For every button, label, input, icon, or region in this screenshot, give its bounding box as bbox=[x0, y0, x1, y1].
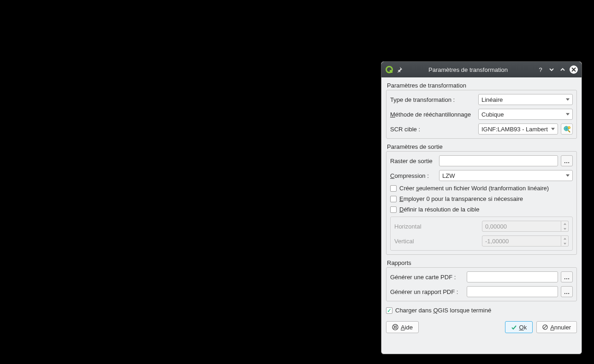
titlebar-shade-icon[interactable] bbox=[547, 65, 556, 74]
crs-picker-button[interactable] bbox=[561, 123, 573, 135]
section-output: Paramètres de sortie Raster de sortie … … bbox=[386, 143, 577, 255]
label-transform-type: Type de transformation : bbox=[390, 96, 475, 103]
label-load-in-qgis: Charger dans QGIS lorsque terminé bbox=[395, 307, 491, 314]
help-lifebuoy-icon bbox=[392, 324, 398, 330]
window-title: Paramètres de transformation bbox=[403, 66, 534, 73]
cancel-button[interactable]: Annuler bbox=[536, 321, 577, 333]
help-button[interactable]: Aide bbox=[386, 321, 419, 333]
label-resample-method: Méthode de rééchantillonnage bbox=[390, 111, 475, 118]
svg-point-5 bbox=[394, 326, 397, 329]
checkbox-transparency-row[interactable]: Employer 0 pour la transparence si néces… bbox=[390, 195, 573, 202]
spin-res-horizontal: 0,00000 bbox=[482, 221, 561, 232]
label-pdf-map: Générer une carte PDF : bbox=[390, 274, 464, 281]
checkbox-transparency[interactable] bbox=[390, 196, 397, 202]
section-output-title: Paramètres de sortie bbox=[386, 143, 577, 150]
qgis-app-icon bbox=[385, 65, 393, 74]
titlebar[interactable]: Paramètres de transformation bbox=[381, 62, 582, 77]
svg-rect-1 bbox=[390, 70, 392, 73]
label-target-crs: SCR cible : bbox=[390, 126, 475, 133]
section-reports: Rapports Générer une carte PDF : … Génér… bbox=[386, 259, 577, 301]
titlebar-help-icon[interactable] bbox=[536, 65, 545, 74]
button-row: Aide Ok Annuler bbox=[386, 319, 577, 333]
label-pdf-report: Générer un rapport PDF : bbox=[390, 288, 464, 295]
combo-transform-type[interactable]: Linéaire bbox=[478, 94, 573, 105]
spin-res-vertical-arrows bbox=[561, 235, 569, 247]
section-transform-title: Paramètres de transformation bbox=[386, 82, 577, 89]
check-icon bbox=[511, 324, 517, 330]
checkbox-worldfile[interactable] bbox=[390, 185, 397, 192]
checkbox-load-row[interactable]: Charger dans QGIS lorsque terminé bbox=[386, 306, 577, 315]
label-output-raster: Raster de sortie bbox=[390, 158, 436, 164]
checkbox-resolution[interactable] bbox=[390, 206, 397, 213]
groupbox-output: Raster de sortie … Compression : LZW Cré… bbox=[386, 151, 577, 255]
spin-res-horizontal-arrows bbox=[561, 221, 569, 232]
groupbox-transform: Type de transformation : Linéaire Méthod… bbox=[386, 90, 577, 139]
combo-compression[interactable]: LZW bbox=[439, 170, 573, 181]
label-compression: Compression : bbox=[390, 172, 436, 179]
input-pdf-report[interactable] bbox=[467, 286, 558, 297]
browse-output-raster-button[interactable]: … bbox=[561, 155, 573, 166]
cancel-icon bbox=[542, 324, 548, 330]
checkbox-load-in-qgis[interactable] bbox=[386, 307, 392, 314]
label-res-vertical: Vertical bbox=[394, 238, 479, 245]
label-res-horizontal: Horizontal bbox=[394, 223, 479, 230]
groupbox-reports: Générer une carte PDF : … Générer un rap… bbox=[386, 267, 577, 301]
section-reports-title: Rapports bbox=[386, 259, 577, 266]
section-transform: Paramètres de transformation Type de tra… bbox=[386, 82, 577, 139]
titlebar-close-icon[interactable] bbox=[570, 65, 578, 74]
input-output-raster[interactable] bbox=[439, 155, 558, 166]
combo-target-crs[interactable]: IGNF:LAMB93 - Lambert bbox=[478, 123, 558, 135]
dialog-window: Paramètres de transformation Paramètres … bbox=[381, 61, 582, 354]
checkbox-worldfile-row[interactable]: Créer seulement un fichier World (tranfo… bbox=[390, 185, 573, 192]
dialog-body: Paramètres de transformation Type de tra… bbox=[381, 77, 582, 337]
ok-button[interactable]: Ok bbox=[505, 321, 533, 333]
svg-point-3 bbox=[568, 127, 570, 129]
label-transparency: Employer 0 pour la transparence si néces… bbox=[399, 195, 523, 202]
label-resolution: Définir la résolution de la cible bbox=[399, 206, 479, 213]
browse-pdf-report-button[interactable]: … bbox=[561, 286, 573, 297]
combo-resample-method[interactable]: Cubique bbox=[478, 109, 573, 120]
pin-icon[interactable] bbox=[396, 66, 403, 73]
titlebar-maximize-icon[interactable] bbox=[558, 65, 567, 74]
input-pdf-map[interactable] bbox=[467, 271, 558, 282]
browse-pdf-map-button[interactable]: … bbox=[561, 271, 573, 282]
resolution-subgroup: Horizontal 0,00000 Vertical -1,00000 bbox=[390, 217, 573, 251]
checkbox-resolution-row[interactable]: Définir la résolution de la cible bbox=[390, 206, 573, 213]
label-worldfile: Créer seulement un fichier World (tranfo… bbox=[399, 185, 549, 192]
spin-res-vertical: -1,00000 bbox=[482, 235, 561, 247]
